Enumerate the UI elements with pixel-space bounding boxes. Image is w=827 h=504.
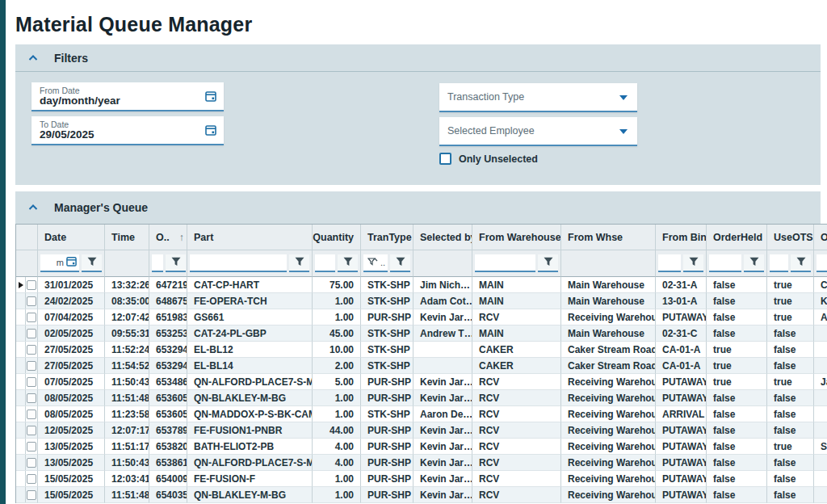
filter-input-order[interactable] [152,254,163,272]
only-unselected-checkbox[interactable]: Only Unselected [439,153,538,165]
table-row[interactable]: 07/04/202512:07:42651983GS6611.00PUR-SHP… [16,309,827,326]
cell-fromwh: RCV [472,439,561,455]
chevron-up-icon[interactable] [28,204,40,211]
checkbox-box[interactable] [439,153,451,165]
to-date-field[interactable]: To Date 29/05/2025 [31,116,224,145]
cell-part: EL-BL14 [187,358,313,374]
filter-button-orderheld[interactable] [744,254,764,272]
column-header-trantype[interactable]: TranType [361,225,414,250]
row-checkbox[interactable] [27,377,36,387]
row-checkbox[interactable] [27,458,36,468]
cell-selectedby [414,358,472,374]
table-row[interactable]: 31/01/202513:32:26647219CAT-CP-HART75.00… [16,277,827,293]
table-row[interactable]: 02/05/202509:55:31653253CAT-24-PL-GBP45.… [16,326,827,342]
column-header-qty[interactable]: Quantity [313,225,361,250]
calendar-icon[interactable] [205,90,216,105]
filter-button-fromwh[interactable] [538,254,558,272]
selected-employee-select[interactable]: Selected Employee [439,117,637,146]
table-row[interactable]: 08/05/202511:23:58653605QN-MADDOX-P-S-BK… [16,406,827,422]
cell-qty: 10.00 [313,342,361,358]
cell-orderheld: true [707,358,767,374]
column-header-selectedby[interactable]: Selected by [414,225,472,250]
table-row[interactable]: 07/05/202511:50:43653486QN-ALFORD-PLACE7… [16,374,827,390]
table-row[interactable]: 15/05/202512:03:41654009FE-FUSION-F1.00P… [16,471,827,487]
row-checkbox[interactable] [27,393,36,403]
table-row[interactable]: 13/05/202511:50:43653861QN-ALFORD-PLACE7… [16,455,827,471]
table-row[interactable]: 24/02/202508:35:00648675FE-OPERA-TCH1.00… [16,293,827,309]
row-checkbox[interactable] [27,426,36,435]
filter-button-qty[interactable] [338,254,358,272]
table-row[interactable]: 12/05/202512:07:17653789FE-FUSION1-PNBR4… [16,422,827,439]
filter-button-part[interactable] [289,254,309,272]
column-header-check[interactable] [16,225,38,250]
column-header-label: OrderHeld [713,232,762,243]
column-header-label: UseOTS [774,232,813,243]
row-checkbox[interactable] [27,329,36,338]
filter-input-part[interactable] [190,254,287,272]
cell-order: 653486 [149,374,187,390]
row-checkbox[interactable] [27,361,36,371]
cell-ot: An [814,309,827,326]
column-header-label: Part [194,232,213,243]
filter-input-frombin[interactable] [658,254,681,272]
column-header-fromwhse[interactable]: From Whse [561,225,656,250]
filter-input-text: .. [380,258,385,267]
calendar-icon[interactable] [66,255,77,270]
filter-input-ot[interactable] [817,254,827,272]
column-header-label: From Bin [662,232,707,243]
filter-input-qty[interactable] [315,254,335,272]
material-queue-manager-page: Material Queue Manager Filters From Date… [15,0,821,503]
filter-button-trantype[interactable] [390,254,410,272]
cell-trantype: STK-SHP [361,406,414,422]
column-header-frombin[interactable]: From Bin [656,225,707,250]
table-row[interactable]: 13/05/202511:51:17653820BATH-ELIOT2-PB4.… [16,439,827,455]
row-checkbox[interactable] [27,410,36,419]
row-select-cell [16,406,38,422]
filters-panel-header[interactable]: Filters [15,44,821,72]
column-header-fromwh[interactable]: From Warehouse [472,225,561,250]
column-header-date[interactable]: Date [38,225,105,250]
cell-time: 13:32:26 [105,277,149,293]
row-checkbox[interactable] [27,442,36,452]
filter-button-frombin[interactable] [683,254,703,272]
current-row-marker [16,487,26,502]
cell-orderheld: false [707,293,767,309]
cell-frombin: CA-01-A [656,358,707,374]
table-row[interactable]: 08/05/202511:51:48653605QN-BLAKLEY-M-BG1… [16,390,827,406]
row-checkbox[interactable] [27,296,36,306]
column-header-part[interactable]: Part [187,225,313,250]
chevron-up-icon[interactable] [28,55,40,61]
filter-input-orderheld[interactable] [709,254,741,272]
cell-selectedby: Kevin Jar… [414,455,472,471]
column-header-orderheld[interactable]: OrderHeld [707,225,767,250]
filter-button-order[interactable] [166,254,186,272]
filter-button-date[interactable] [82,254,102,272]
filter-input-fromwh[interactable] [475,254,535,272]
filter-input-useots[interactable] [770,254,788,272]
from-date-field[interactable]: From Date day/month/year [31,82,224,111]
filter-input-trantype[interactable]: .. [363,254,388,272]
column-header-ot[interactable]: OT [814,225,827,250]
row-checkbox[interactable] [27,280,36,290]
table-row[interactable]: 15/05/202511:51:48654035QN-BLAKLEY-M-BG1… [16,487,827,503]
row-checkbox[interactable] [27,474,36,484]
queue-panel-header[interactable]: Manager's Queue [15,191,821,224]
column-header-order[interactable]: O..↑ [149,225,187,250]
table-row[interactable]: 27/05/202511:52:24653294EL-BL1210.00STK-… [16,342,827,358]
cell-orderheld: false [707,471,767,487]
transaction-type-select[interactable]: Transaction Type [439,83,637,112]
current-row-marker [16,406,26,422]
cell-date: 24/02/2025 [38,293,105,309]
filter-input-date[interactable]: m [40,254,79,272]
column-header-useots[interactable]: UseOTS [767,225,814,250]
column-header-time[interactable]: Time [105,225,149,250]
filter-button-useots[interactable] [791,254,811,272]
filter-cell-time [105,250,149,277]
calendar-icon[interactable] [205,124,216,139]
row-checkbox[interactable] [27,490,36,500]
row-checkbox[interactable] [27,313,36,322]
row-checkbox[interactable] [27,345,36,355]
row-select-cell [16,471,38,487]
table-row[interactable]: 27/05/202511:54:52653294EL-BL142.00STK-S… [16,358,827,374]
cell-qty: 1.00 [313,406,361,422]
